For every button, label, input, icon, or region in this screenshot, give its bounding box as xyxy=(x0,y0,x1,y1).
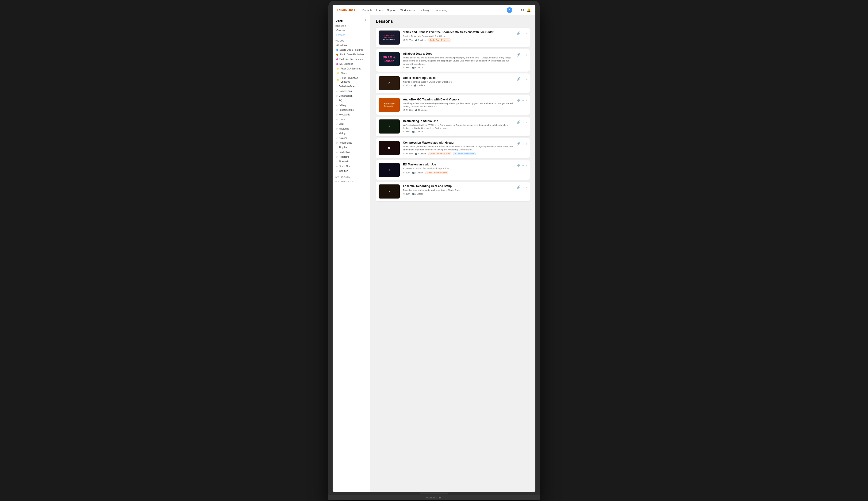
lesson-duration: ⏱1h 15m xyxy=(403,152,413,155)
nav-products[interactable]: Products xyxy=(362,9,372,11)
add-icon[interactable]: + xyxy=(522,164,524,167)
lesson-title[interactable]: Beatmaking in Studio One xyxy=(403,119,514,123)
share-icon[interactable]: 🔗 xyxy=(517,99,520,102)
lesson-title[interactable]: Compression Masterclass with Gregor xyxy=(403,141,514,144)
lesson-thumbnail[interactable]: 📊 xyxy=(379,141,400,155)
lesson-thumbnail[interactable]: AudioBox GOIntroduction xyxy=(379,98,400,112)
sidebar-tag-midi[interactable]: #MIDI xyxy=(336,122,367,127)
sidebar-item-song-production[interactable]: 📁 Song Production Critiques xyxy=(336,76,367,84)
nav-workspaces[interactable]: Workspaces xyxy=(400,9,414,11)
lesson-actions: 🔗 + › xyxy=(517,141,527,146)
sidebar-tag-sidechain[interactable]: #Sidechain xyxy=(336,159,367,164)
share-icon[interactable]: 🔗 xyxy=(517,164,520,167)
sidebar-item-s1-features[interactable]: Studio One 6 Features xyxy=(336,47,367,52)
expand-icon[interactable]: › xyxy=(526,53,527,56)
lesson-card: AudioBox GOIntroduction AudioBox GO Trai… xyxy=(376,95,530,115)
lesson-actions: 🔗 + › xyxy=(517,52,527,56)
lesson-videos: 📹7 Videos xyxy=(412,130,423,133)
add-icon[interactable]: + xyxy=(522,142,524,146)
expand-icon[interactable]: › xyxy=(526,77,527,81)
nav-learn[interactable]: Learn xyxy=(376,9,383,11)
lesson-title[interactable]: EQ Masterclass with Joe xyxy=(403,163,514,166)
lesson-videos: 📹5 Videos xyxy=(414,84,425,87)
lesson-card: Sticks & StonesMix Sessionwith Joe Gilde… xyxy=(376,28,530,47)
lesson-title[interactable]: Essential Recording Gear and Setup xyxy=(403,184,514,188)
share-icon[interactable]: 🔗 xyxy=(517,77,520,81)
lesson-title[interactable]: All about Drag & Drop xyxy=(403,52,514,55)
mail-icon[interactable]: ✉ xyxy=(521,8,524,12)
sidebar-item-lessons[interactable]: Lessons xyxy=(336,33,367,38)
sidebar-tag-workflow[interactable]: #Workflow xyxy=(336,169,367,173)
add-icon[interactable]: + xyxy=(522,185,524,189)
share-icon[interactable]: 🔗 xyxy=(517,185,520,189)
sidebar-item-all-videos[interactable]: All Videos xyxy=(336,43,367,47)
sidebar-tag-notation[interactable]: #Notation xyxy=(336,136,367,140)
add-icon[interactable]: + xyxy=(522,31,524,35)
sidebar-tag-performance[interactable]: #Performance xyxy=(336,140,367,145)
expand-icon[interactable]: › xyxy=(526,120,527,124)
sidebar-tag-composition[interactable]: #Composition xyxy=(336,89,367,94)
lesson-actions: 🔗 + › xyxy=(517,184,527,189)
expand-icon[interactable]: › xyxy=(526,99,527,102)
lesson-thumbnail[interactable]: Sticks & StonesMix Sessionwith Joe Gilde… xyxy=(379,31,400,45)
share-icon[interactable]: 🔗 xyxy=(517,31,520,35)
lesson-thumbnail[interactable]: 🎤 xyxy=(379,76,400,90)
expand-icon[interactable]: › xyxy=(526,31,527,35)
sidebar-tag-mastering[interactable]: #Mastering xyxy=(336,127,367,131)
nav-support[interactable]: Support xyxy=(387,9,396,11)
sidebar-item-s1plus-exclusives[interactable]: Studio One+ Exclusives xyxy=(336,52,367,57)
sidebar-tag-compression[interactable]: #Compression xyxy=(336,94,367,98)
sidebar-tag-fundamentals[interactable]: #Fundamentals xyxy=(336,108,367,113)
sidebar-tag-production[interactable]: #Production xyxy=(336,150,367,154)
page-title: Lessons xyxy=(376,19,530,24)
nav-community[interactable]: Community xyxy=(434,9,448,11)
main-content: Lessons Sticks & StonesMix Sessionwith J… xyxy=(370,15,536,492)
sidebar-item-courses[interactable]: Courses xyxy=(336,28,367,33)
expand-icon[interactable]: › xyxy=(526,142,527,146)
sidebar-tag-editing[interactable]: #Editing xyxy=(336,103,367,108)
my-products-label[interactable]: My Products xyxy=(336,180,367,183)
add-icon[interactable]: + xyxy=(522,99,524,102)
sidebar-tag-eq[interactable]: #EQ xyxy=(336,98,367,103)
lesson-thumbnail[interactable]: ♩♩♩ xyxy=(379,119,400,134)
sidebar-item-river-city[interactable]: 📁 River City Sessions xyxy=(336,66,367,71)
add-icon[interactable]: + xyxy=(522,120,524,124)
sidebar-tag-plug-ins[interactable]: #Plug-ins xyxy=(336,145,367,150)
sidebar-tag-audio-interfaces[interactable]: #Audio Interfaces xyxy=(336,84,367,89)
sidebar-item-exclusive-livestreams[interactable]: Exclusive Livestreams xyxy=(336,57,367,62)
lesson-title[interactable]: AudioBox GO Training with David Vignola xyxy=(403,98,514,101)
user-avatar-icon[interactable] xyxy=(507,7,512,13)
lesson-thumbnail[interactable]: 🎙 xyxy=(379,184,400,199)
sidebar: Learn ↻ Browse Courses Lessons Videos Al… xyxy=(332,15,370,492)
sidebar-tag-loops[interactable]: #Loops xyxy=(336,117,367,122)
lesson-title[interactable]: Audio Recording Basics xyxy=(403,76,514,79)
refresh-icon[interactable]: ↻ xyxy=(365,19,367,22)
share-icon[interactable]: 🔗 xyxy=(517,53,520,56)
lesson-videos: 📹3 Videos xyxy=(412,193,423,195)
bell-icon[interactable]: 🔔 xyxy=(527,8,531,12)
nav-exchange[interactable]: Exchange xyxy=(419,9,430,11)
lesson-description: Start-to-Finish Mix Session with Joe Gil… xyxy=(403,34,514,38)
sidebar-tag-recording[interactable]: #Recording xyxy=(336,154,367,159)
lesson-thumbnail[interactable]: DRAG &DROP xyxy=(379,52,400,66)
sidebar-tag-keyboards[interactable]: #Keyboards xyxy=(336,113,367,117)
share-icon[interactable]: 🔗 xyxy=(517,120,520,124)
expand-icon[interactable]: › xyxy=(526,164,527,167)
add-icon[interactable]: + xyxy=(522,53,524,56)
lesson-description: In this lesson you will learn about the … xyxy=(403,56,514,65)
sidebar-tag-mixing[interactable]: #Mixing xyxy=(336,131,367,136)
my-library-label[interactable]: My Library xyxy=(336,176,367,178)
tag-list: #Audio Interfaces#Composition#Compressio… xyxy=(336,84,367,173)
lesson-card: 🎙 Essential Recording Gear and Setup Ess… xyxy=(376,182,530,201)
share-icon[interactable]: 🔗 xyxy=(517,142,520,146)
download-materials-badge[interactable]: ⬇ Download Materials xyxy=(453,152,476,155)
expand-icon[interactable]: › xyxy=(526,185,527,189)
sidebar-item-shorts[interactable]: 📁 Shorts xyxy=(336,71,367,76)
add-icon[interactable]: + xyxy=(522,77,524,81)
sidebar-item-mix-critiques[interactable]: Mix Critiques xyxy=(336,62,367,66)
menu-icon[interactable]: ☰ xyxy=(515,8,518,12)
lesson-thumbnail[interactable]: ≋ xyxy=(379,163,400,177)
lesson-title[interactable]: "Stick and Stones" Over-the-Shoulder Mix… xyxy=(403,31,514,34)
app-logo[interactable]: Studio One+ xyxy=(337,8,356,12)
sidebar-tag-studio-one[interactable]: #Studio One xyxy=(336,164,367,169)
